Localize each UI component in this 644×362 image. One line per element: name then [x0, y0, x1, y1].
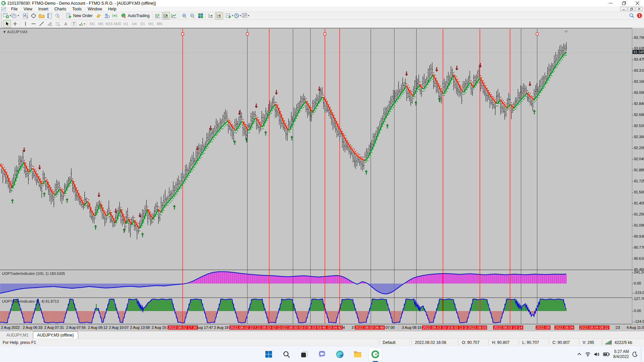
status-profile[interactable]: Default [379, 340, 411, 345]
strategy-tester-button[interactable] [54, 12, 62, 19]
menu-item-help[interactable]: Help [105, 6, 119, 12]
toolbar-separator [87, 21, 87, 27]
price-chart-canvas[interactable] [0, 28, 644, 331]
time-label: :23 [615, 325, 620, 329]
signals-button[interactable] [111, 12, 119, 19]
candlestick-chart-button[interactable] [162, 12, 170, 19]
periods-button[interactable]: ▾ [233, 12, 241, 19]
line-chart-button[interactable] [170, 12, 178, 19]
windows-taskbar: 5:27 AM 8/4/2022 [0, 346, 644, 362]
timeframe-button-d1[interactable]: D1 [139, 20, 147, 27]
metaeditor-button[interactable] [95, 12, 103, 19]
file-explorer-button[interactable] [351, 348, 364, 361]
chart-tab-0[interactable]: AUDJPY,M1 [2, 331, 33, 339]
autotrading-button[interactable]: AutoTrading [119, 12, 152, 19]
menu-item-file[interactable]: File [8, 6, 20, 12]
navigator-button[interactable] [38, 12, 46, 19]
text-tool-button[interactable]: A [62, 20, 70, 27]
templates-button[interactable]: ▾ [241, 12, 250, 19]
mdi-close-button[interactable] [636, 7, 643, 11]
time-label: 4 Aug 11:02 [627, 325, 644, 329]
mdi-minimize-button[interactable] [620, 7, 627, 11]
time-label: 2022.08.02 17:30 [168, 325, 198, 329]
cursor-tool-button[interactable] [3, 20, 11, 27]
timeframe-button-w1[interactable]: W1 [147, 20, 155, 27]
data-window-button[interactable] [30, 12, 38, 19]
volume-icon[interactable] [594, 352, 600, 357]
arrow-shapes-button[interactable]: ▾ [78, 20, 86, 27]
menu-item-tools[interactable]: Tools [69, 6, 85, 12]
notification-badge[interactable]: 1 [637, 13, 642, 18]
status-volume: V: 295 [579, 340, 602, 345]
close-button[interactable] [631, 0, 644, 6]
chart-tab-1[interactable]: AUDJPY,M3 (offline) [33, 331, 78, 339]
timeframe-button-h4[interactable]: H4 [130, 20, 139, 27]
taskbar-clock[interactable]: 5:27 AM 8/4/2022 [613, 349, 629, 359]
edge-browser-button[interactable] [333, 348, 346, 361]
indicators-button[interactable]: ▾ [225, 12, 233, 19]
current-price-tag: 93.585 [633, 50, 644, 54]
horizontal-line-tool-button[interactable] [30, 20, 38, 27]
timeframe-button-m30[interactable]: M30 [113, 20, 122, 27]
trendline-tool-button[interactable] [38, 20, 46, 27]
minimize-button[interactable] [604, 0, 617, 6]
auto-scroll-button[interactable] [207, 12, 215, 19]
search-taskbar-button[interactable] [280, 348, 293, 361]
menu-items: FileViewInsertChartsToolsWindowHelp [8, 6, 119, 12]
battery-icon[interactable] [603, 352, 610, 356]
market-watch-button[interactable] [21, 12, 30, 19]
start-button[interactable] [262, 348, 275, 361]
menu-item-insert[interactable]: Insert [35, 6, 51, 12]
zoom-in-button[interactable] [180, 12, 189, 19]
restore-button[interactable] [617, 0, 631, 6]
zoom-out-button[interactable] [189, 12, 197, 19]
text-label-tool-button[interactable]: T [70, 20, 78, 27]
do-not-disturb-moon-icon[interactable] [632, 352, 638, 357]
window-title: 2101376030: FTMO-Demo - Demo Account - F… [7, 1, 156, 6]
new-chart-button[interactable]: ▾ [3, 12, 11, 19]
timeframe-button-m1[interactable]: M1 [88, 20, 97, 27]
equidistant-channel-tool-button[interactable]: E [46, 20, 54, 27]
time-label: 8.03 13:18 [450, 325, 469, 329]
chevron-down-icon: ▾ [17, 14, 19, 17]
new-order-button[interactable]: New Order [64, 12, 95, 19]
chart-shift-button[interactable] [215, 12, 223, 19]
chart-symbol-label[interactable]: ▼ AUDJPY,M3 [3, 30, 28, 34]
crosshair-tool-button[interactable] [11, 20, 19, 27]
toolbar-grip [1, 21, 2, 27]
time-label: 3 [352, 325, 354, 329]
price-tick: 93.795 [634, 36, 644, 40]
toolbar-separator [20, 21, 20, 27]
wifi-icon[interactable] [585, 352, 591, 357]
mdi-restore-button[interactable] [628, 7, 635, 11]
chat-teams-button[interactable] [316, 348, 328, 361]
menu-item-charts[interactable]: Charts [51, 6, 69, 12]
menu-item-window[interactable]: Window [85, 6, 105, 12]
indicator-scale-tick: 0.00 [634, 309, 641, 313]
search-icon[interactable] [629, 13, 634, 18]
menu-item-view[interactable]: View [20, 6, 35, 12]
vertical-line-tool-button[interactable] [21, 20, 30, 27]
price-scale[interactable]: 93.79593.63593.47593.31593.16093.00092.8… [632, 28, 644, 324]
fibonacci-tool-button[interactable]: F [54, 20, 62, 27]
profiles-button[interactable]: ▾ [11, 12, 19, 19]
timeframe-button-mn[interactable]: MN [155, 20, 164, 27]
terminal-button[interactable] [46, 12, 54, 19]
indicator-scale-tick: -124.099 [634, 319, 644, 323]
tile-windows-button[interactable] [197, 12, 205, 19]
tray-chevron-icon[interactable] [577, 353, 582, 356]
bar-chart-button[interactable] [154, 12, 162, 19]
mt4-terminal-taskbar-button[interactable] [369, 348, 382, 361]
experts-button[interactable] [103, 12, 111, 19]
svg-text:E: E [51, 24, 52, 26]
price-tick: 92.680 [634, 113, 644, 117]
connection-bars-icon [605, 340, 613, 345]
chevron-down-icon: ▾ [9, 14, 11, 17]
timeframe-button-m15[interactable]: M15 [105, 20, 113, 27]
timeframe-button-h1[interactable]: H1 [122, 20, 130, 27]
timeframe-button-m5[interactable]: M5 [97, 20, 105, 27]
task-view-button[interactable] [298, 348, 311, 361]
show-desktop-button[interactable] [641, 346, 642, 362]
time-label: .03 04:42 [326, 325, 343, 329]
time-scale[interactable]: 2 Aug 20222 Aug 06:332 Aug 07:312 Aug 07… [0, 324, 644, 331]
